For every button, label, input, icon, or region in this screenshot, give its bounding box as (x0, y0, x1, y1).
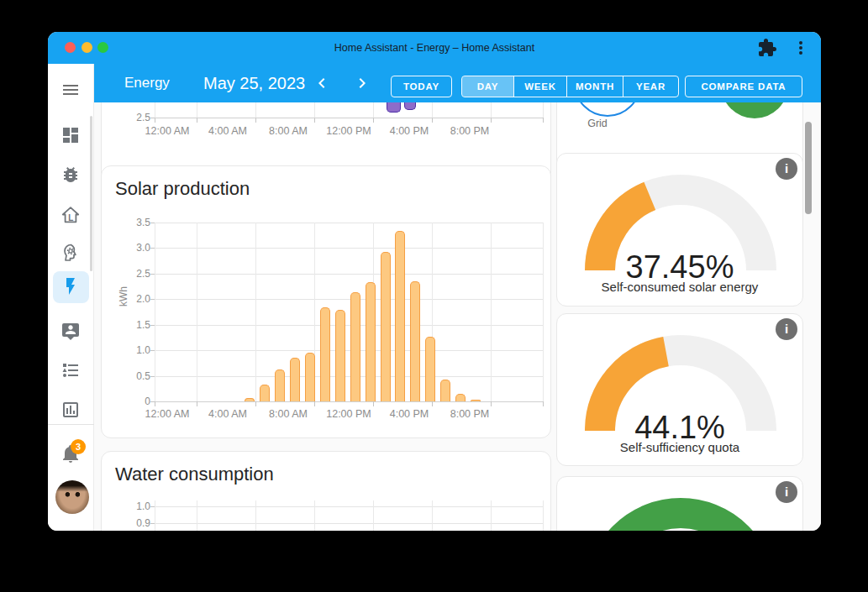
grid-line (491, 500, 492, 531)
next-day-chevron-icon[interactable] (352, 73, 372, 93)
x-axis-label: 12:00 AM (140, 408, 194, 420)
sidebar: L 3 (48, 64, 94, 531)
water-consumption-card: Water consumption 1.00.9 (101, 451, 551, 531)
sidebar-item-bug-icon[interactable] (60, 165, 81, 185)
period-week-button[interactable]: WEEK (513, 76, 566, 97)
period-year-button[interactable]: YEAR (623, 76, 678, 97)
energy-header: Energy May 25, 2023 TODAY DAY WEEK MONTH… (94, 64, 821, 102)
x-axis-label: 12:00 PM (322, 125, 376, 137)
menu-hamburger-icon[interactable] (60, 80, 81, 100)
x-tick-mark (373, 401, 374, 406)
x-tick-mark (543, 118, 544, 123)
grid-node-circle[interactable] (574, 102, 641, 117)
grid-line (155, 350, 543, 351)
sidebar-divider (48, 424, 94, 425)
svg-text:L: L (68, 213, 73, 223)
y-axis-label: 1.0 (117, 345, 150, 355)
browser-window: Home Assistant - Energy – Home Assistant… (48, 32, 821, 531)
grid-line (155, 223, 155, 401)
window-title: Home Assistant - Energy – Home Assistant (132, 32, 737, 64)
grid-line (543, 102, 544, 118)
dashboard-content: 2.512:00 AM4:00 AM8:00 AM12:00 PM4:00 PM… (94, 102, 821, 531)
sidebar-scrollbar-thumb[interactable] (90, 116, 92, 271)
solar-bar (275, 369, 285, 401)
y-axis-label: 0 (117, 396, 150, 406)
page-scrollbar-thumb[interactable] (805, 122, 812, 214)
grid-line (255, 223, 256, 401)
x-axis-label: 12:00 PM (322, 408, 376, 420)
sidebar-item-head-cog-icon[interactable] (60, 243, 81, 263)
sidebar-item-dashboard[interactable] (60, 125, 81, 145)
x-axis-label: 8:00 AM (261, 125, 315, 137)
return-to-grid-bar (387, 102, 401, 113)
solar-bar (335, 310, 345, 401)
grid-line (155, 506, 543, 507)
sidebar-item-home-icon[interactable]: L (60, 205, 81, 225)
gauge-arc (580, 493, 781, 531)
period-day-button[interactable]: DAY (462, 76, 513, 97)
compare-data-button[interactable]: COMPARE DATA (685, 76, 802, 97)
y-axis-label: 2.0 (117, 294, 150, 304)
close-window-button[interactable] (65, 42, 76, 53)
solar-bar (381, 252, 391, 401)
sidebar-item-chart-box-icon[interactable] (60, 400, 81, 420)
grid-line (491, 223, 492, 401)
extensions-puzzle-icon[interactable] (757, 38, 777, 58)
grid-line (155, 325, 543, 326)
solar-bar (290, 358, 300, 401)
solar-bar (395, 231, 405, 401)
grid-line (155, 500, 155, 531)
y-axis-label: 1.0 (117, 501, 150, 511)
grid-line (373, 102, 374, 118)
home-node-circle[interactable] (721, 102, 788, 118)
solar-bar (350, 292, 360, 401)
app-area: L 3 Energy May 25, 2023 (48, 64, 821, 531)
sidebar-item-energy-icon[interactable] (60, 276, 81, 296)
sidebar-item-tooltip-account-icon[interactable] (60, 322, 81, 342)
x-axis-label: 8:00 PM (443, 125, 497, 137)
gauge-card-partial-green: i (556, 476, 803, 531)
y-axis-label: 0.9 (117, 518, 150, 528)
sidebar-item-list-icon[interactable] (60, 360, 81, 380)
x-tick-mark (197, 401, 197, 406)
browser-menu-kebab-icon[interactable] (791, 38, 811, 58)
solar-production-card: Solar production kWh 00.51.01.52.02.53.0… (101, 165, 551, 438)
period-month-button[interactable]: MONTH (566, 76, 623, 97)
period-segment-group: DAY WEEK MONTH YEAR (461, 76, 679, 97)
grid-line (155, 401, 543, 402)
grid-line (314, 102, 315, 118)
grid-line (543, 500, 544, 531)
x-tick-mark (314, 401, 315, 406)
grid-line (255, 102, 256, 118)
grid-line (314, 500, 315, 531)
grid-line (543, 223, 544, 401)
x-tick-mark (543, 401, 544, 406)
previous-day-chevron-icon[interactable] (312, 73, 332, 93)
solar-bar (320, 307, 330, 401)
y-tick-mark (150, 118, 155, 118)
return-to-grid-bar (404, 102, 416, 110)
solar-bar (260, 385, 270, 401)
solar-bar (440, 380, 450, 401)
x-axis-label: 8:00 AM (261, 408, 315, 420)
y-axis-label: 0.5 (117, 371, 150, 381)
y-axis-label: 2.5 (117, 269, 150, 279)
maximize-window-button[interactable] (97, 42, 108, 53)
grid-line (155, 376, 543, 377)
grid-line (255, 500, 256, 531)
user-avatar[interactable] (55, 480, 89, 514)
y-axis-label: 3.5 (117, 217, 150, 228)
x-axis-label: 4:00 AM (201, 408, 255, 420)
today-button[interactable]: TODAY (391, 76, 452, 97)
grid-line (432, 500, 433, 531)
solar-bar (455, 394, 466, 401)
solar-bar (305, 353, 315, 401)
grid-line (197, 500, 197, 531)
x-axis-label: 4:00 PM (382, 125, 436, 137)
grid-line (373, 500, 374, 531)
gauge-label: Self-sufficiency quota (557, 440, 802, 454)
grid-line (155, 248, 543, 249)
date-display[interactable]: May 25, 2023 (203, 64, 305, 102)
minimize-window-button[interactable] (82, 42, 92, 53)
x-tick-mark (155, 401, 155, 406)
